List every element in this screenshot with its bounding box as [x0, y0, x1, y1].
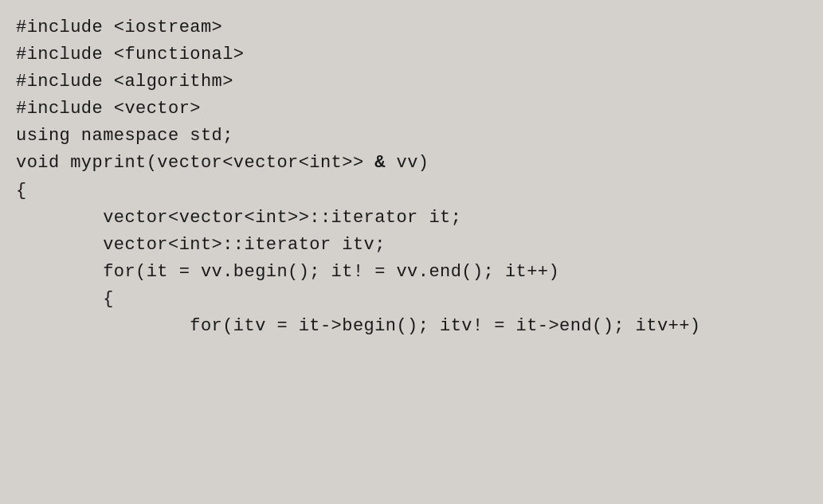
- code-line-4: #include <vector>: [16, 96, 807, 123]
- code-line-6: void myprint(vector<vector<int>> & vv): [16, 150, 807, 177]
- code-line-10: for(it = vv.begin(); it! = vv.end(); it+…: [16, 259, 807, 286]
- code-line-1: #include <iostream>: [16, 14, 807, 41]
- code-line-8: vector<vector<int>>::iterator it;: [16, 205, 807, 232]
- code-line-2: #include <functional>: [16, 41, 807, 68]
- code-line-5: using namespace std;: [16, 123, 807, 150]
- code-line-9: vector<int>::iterator itv;: [16, 232, 807, 259]
- code-viewer: #include <iostream> #include <functional…: [0, 0, 823, 504]
- code-line-7: {: [16, 178, 807, 205]
- code-line-12: for(itv = it->begin(); itv! = it->end();…: [16, 313, 807, 340]
- code-line-11: {: [16, 286, 807, 313]
- code-line-3: #include <algorithm>: [16, 68, 807, 96]
